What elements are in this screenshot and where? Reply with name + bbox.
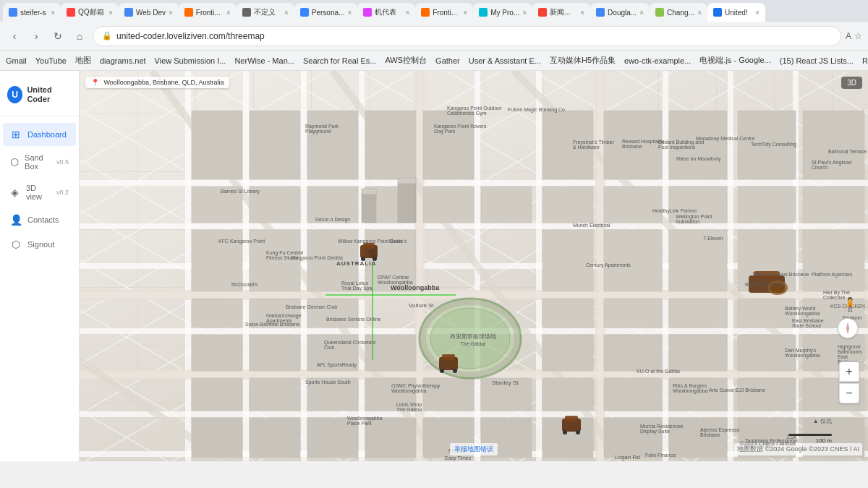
tab-qq[interactable]: QQ邮箱 × bbox=[61, 3, 119, 22]
tab-close-icon[interactable]: × bbox=[580, 9, 584, 17]
svg-marker-123 bbox=[846, 322, 849, 334]
map-location-marker: 📍 Woolloongabba, Brisbane, QLD, Australi… bbox=[85, 77, 229, 88]
tab-label: Fronti... bbox=[196, 9, 221, 17]
tab-close-icon[interactable]: × bbox=[109, 9, 113, 17]
tab-label: Chang... bbox=[667, 9, 694, 17]
tab-jidai[interactable]: 机代表 × bbox=[357, 3, 415, 22]
zoom-out-button[interactable]: − bbox=[839, 383, 859, 403]
sidebar-item-signout[interactable]: ⬡ Signout bbox=[3, 233, 76, 256]
bookmark-maps[interactable]: 地图 bbox=[75, 55, 91, 66]
tab-close-icon[interactable]: × bbox=[347, 9, 352, 17]
contacts-label: Contacts bbox=[27, 215, 59, 224]
extensions-area: A ☆ bbox=[846, 31, 862, 41]
sandbox-badge: v0.5 bbox=[56, 158, 69, 166]
zoom-in-button[interactable]: + bbox=[839, 361, 859, 382]
tab-label: Web Dev bbox=[136, 9, 166, 17]
tab-close-icon[interactable]: × bbox=[51, 9, 55, 17]
bookmark-gather[interactable]: Gather bbox=[435, 56, 460, 65]
tab-favicon bbox=[655, 8, 664, 17]
bookmark-resume[interactable]: Resume Now bbox=[862, 56, 868, 65]
tab-douglas[interactable]: Dougla... × bbox=[590, 3, 650, 22]
tab-persona[interactable]: Persona... × bbox=[294, 3, 357, 22]
map-type-badge: 3D bbox=[841, 77, 862, 89]
lock-icon: 🔒 bbox=[102, 31, 112, 40]
bookmark-gmail[interactable]: Gmail bbox=[6, 56, 27, 65]
forward-button[interactable]: › bbox=[27, 27, 45, 45]
tab-webdev[interactable]: Web Dev × bbox=[119, 3, 179, 22]
sidebar-nav: ⊞ Dashboard ⬡ Sand Box v0.5 ◈ 3D view v0… bbox=[0, 116, 79, 257]
sidebar-logo-text: United Coder bbox=[27, 85, 72, 104]
translate-icon[interactable]: A bbox=[846, 31, 851, 41]
bookmark-ewo[interactable]: ewo-ctk-example... bbox=[624, 56, 691, 65]
sidebar-item-dashboard[interactable]: ⊞ Dashboard bbox=[3, 123, 76, 146]
street-view-button[interactable]: 🧍 bbox=[841, 296, 859, 317]
bookmark-icon[interactable]: ☆ bbox=[854, 31, 862, 41]
tab-close-icon[interactable]: × bbox=[697, 9, 702, 17]
bookmark-tv[interactable]: 电视端.js - Google... bbox=[699, 55, 770, 66]
bookmark-user-assistant[interactable]: User & Assistant E... bbox=[469, 56, 541, 65]
url-bar[interactable]: 🔒 united-coder.loveliziven.com/threemap bbox=[93, 26, 841, 46]
tab-chang[interactable]: Chang... × bbox=[650, 3, 707, 22]
sidebar-item-sandbox[interactable]: ⬡ Sand Box v0.5 bbox=[3, 147, 76, 176]
tab-mypro[interactable]: My Pro... × bbox=[473, 3, 532, 22]
tab-favicon bbox=[9, 8, 17, 17]
tab-label: United! bbox=[725, 9, 748, 17]
tab-label: 新闻... bbox=[550, 7, 570, 17]
tab-label: Persona... bbox=[312, 9, 345, 17]
signout-label: Signout bbox=[27, 240, 54, 249]
tab-active[interactable]: United! × bbox=[707, 3, 765, 22]
tab-favicon bbox=[538, 8, 547, 17]
tab-label: Fronti... bbox=[433, 9, 457, 17]
tab-close-icon[interactable]: × bbox=[169, 9, 173, 17]
map-controls: + − bbox=[839, 361, 859, 403]
contacts-icon: 👤 bbox=[10, 214, 22, 226]
tab-favicon bbox=[479, 8, 488, 17]
compass-button[interactable] bbox=[838, 318, 858, 338]
tab-news1[interactable]: 新闻... × bbox=[532, 3, 590, 22]
tab-close-icon[interactable]: × bbox=[755, 9, 760, 17]
tab-undefined[interactable]: 不定义 × bbox=[237, 3, 294, 22]
tab-close-icon[interactable]: × bbox=[639, 9, 644, 17]
tab-favicon bbox=[242, 8, 251, 17]
bookmark-real-estate[interactable]: Search for Real Es... bbox=[303, 56, 377, 65]
bookmark-diagrams[interactable]: diagrams.net bbox=[100, 56, 146, 65]
tab-close-icon[interactable]: × bbox=[284, 9, 289, 17]
tab-favicon bbox=[596, 8, 605, 17]
tab-favicon bbox=[67, 8, 75, 17]
tab-favicon bbox=[124, 8, 133, 17]
reload-button[interactable]: ↻ bbox=[49, 27, 67, 45]
bookmarks-bar: Gmail YouTube 地图 diagrams.net View Submi… bbox=[0, 51, 868, 71]
tab-label: QQ邮箱 bbox=[78, 7, 104, 17]
browser-window: steifer-s × QQ邮箱 × Web Dev × Fronti... ×… bbox=[0, 0, 868, 71]
tab-steifer[interactable]: steifer-s × bbox=[3, 3, 61, 22]
logo-letter: U bbox=[12, 90, 18, 100]
bookmark-react[interactable]: (15) React JS Lists... bbox=[780, 56, 854, 65]
tab-close-icon[interactable]: × bbox=[522, 9, 527, 17]
tab-label: My Pro... bbox=[490, 9, 519, 17]
bookmark-media[interactable]: 互动媒体H5作品集 bbox=[550, 55, 616, 66]
tab-close-icon[interactable]: × bbox=[463, 9, 467, 17]
back-button[interactable]: ‹ bbox=[6, 27, 23, 45]
sidebar-item-3dview[interactable]: ◈ 3D view v0.2 bbox=[3, 178, 76, 207]
tab-close-icon[interactable]: × bbox=[405, 9, 409, 17]
address-bar: ‹ › ↻ ⌂ 🔒 united-coder.loveliziven.com/t… bbox=[0, 22, 868, 51]
bookmark-view-submission[interactable]: View Submission I... bbox=[155, 56, 226, 65]
tab-favicon bbox=[300, 8, 309, 17]
signout-icon: ⬡ bbox=[10, 239, 22, 250]
sidebar-logo: U United Coder bbox=[0, 77, 79, 116]
bookmark-youtube[interactable]: YouTube bbox=[35, 56, 67, 65]
tab-fronti1[interactable]: Fronti... × bbox=[179, 3, 237, 22]
bookmark-nerwise[interactable]: NerWise - Man... bbox=[234, 56, 294, 65]
tab-bar: steifer-s × QQ邮箱 × Web Dev × Fronti... ×… bbox=[0, 0, 868, 22]
tab-fronti2[interactable]: Fronti... × bbox=[415, 3, 473, 22]
sidebar-item-contacts[interactable]: 👤 Contacts bbox=[3, 208, 76, 231]
streets-overlay bbox=[80, 71, 868, 461]
map-container[interactable]: Woolloongabba 布里斯班板球场地The Gabba Stanley … bbox=[80, 71, 868, 461]
report-error-link[interactable]: 举报地图错误 bbox=[450, 443, 498, 455]
dashboard-label: Dashboard bbox=[27, 130, 67, 139]
home-button[interactable]: ⌂ bbox=[71, 27, 88, 45]
tab-close-icon[interactable]: × bbox=[226, 9, 231, 17]
map-3d[interactable]: Woolloongabba 布里斯班板球场地The Gabba Stanley … bbox=[80, 71, 868, 461]
bookmark-aws[interactable]: AWS控制台 bbox=[385, 55, 427, 66]
tab-favicon bbox=[421, 8, 430, 17]
